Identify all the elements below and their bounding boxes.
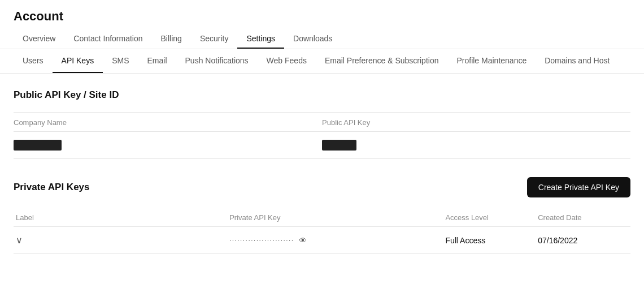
private-key-label-cell: ∨ <box>14 235 229 246</box>
second-nav-link-push[interactable]: Push Notifications <box>176 49 258 73</box>
key-display: ························ 👁 <box>229 236 445 245</box>
top-nav-item-settings[interactable]: Settings <box>237 29 284 49</box>
second-nav-item-email-pref[interactable]: Email Preference & Subscription <box>316 49 448 73</box>
top-nav-link-security[interactable]: Security <box>191 29 238 49</box>
chevron-down-icon[interactable]: ∨ <box>16 235 23 246</box>
company-name-value: FEEL-WORK <box>14 140 322 151</box>
label-column-header: Label <box>14 213 229 222</box>
public-api-section-title: Public API Key / Site ID <box>14 89 630 101</box>
public-api-key-header: Public API Key <box>322 118 630 127</box>
top-nav-item-overview[interactable]: Overview <box>14 29 64 49</box>
second-nav-item-api-keys[interactable]: API Keys <box>53 49 103 73</box>
top-nav-link-contact[interactable]: Contact Information <box>64 29 151 49</box>
top-header: Account Overview Contact Information Bil… <box>0 0 644 49</box>
created-date-cell: 07/16/2022 <box>538 236 630 245</box>
private-key-value-cell: ························ 👁 <box>229 236 445 245</box>
main-content: Public API Key / Site ID Company Name Pu… <box>0 74 644 270</box>
second-nav-item-push[interactable]: Push Notifications <box>176 49 258 73</box>
second-nav-item-email[interactable]: Email <box>138 49 176 73</box>
top-nav-item-billing[interactable]: Billing <box>152 29 191 49</box>
public-api-key-redacted: FAKE_ID <box>322 140 356 151</box>
second-nav-link-email[interactable]: Email <box>138 49 176 73</box>
public-api-key-value: FAKE_ID <box>322 140 630 151</box>
private-api-table-header: Label Private API Key Access Level Creat… <box>14 209 630 227</box>
second-nav: Users API Keys SMS Email Push Notificati… <box>0 49 644 74</box>
top-nav-link-overview[interactable]: Overview <box>14 29 64 49</box>
private-api-table-row: ∨ ························ 👁 Full Access… <box>14 227 630 254</box>
created-date-column-header: Created Date <box>538 213 630 222</box>
top-nav-item-contact[interactable]: Contact Information <box>64 29 151 49</box>
second-nav-item-domains[interactable]: Domains and Host <box>536 49 619 73</box>
access-level-column-header: Access Level <box>445 213 538 222</box>
second-nav-item-users[interactable]: Users <box>14 49 53 73</box>
top-nav-link-settings[interactable]: Settings <box>237 29 284 49</box>
private-api-section-title: Private API Keys <box>14 182 90 193</box>
public-api-table: Company Name Public API Key FEEL-WORK FA… <box>14 112 630 159</box>
second-nav-link-users[interactable]: Users <box>14 49 53 73</box>
create-private-api-key-button[interactable]: Create Private API Key <box>527 177 630 197</box>
private-keys-header: Private API Keys Create Private API Key <box>14 177 630 197</box>
access-level-cell: Full Access <box>445 236 538 245</box>
eye-icon[interactable]: 👁 <box>299 236 307 245</box>
second-nav-link-email-pref[interactable]: Email Preference & Subscription <box>316 49 448 73</box>
public-api-table-row: FEEL-WORK FAKE_ID <box>14 132 630 159</box>
public-api-table-header: Company Name Public API Key <box>14 113 630 132</box>
second-nav-link-profile[interactable]: Profile Maintenance <box>447 49 536 73</box>
app-title: Account <box>14 7 630 24</box>
top-nav: Overview Contact Information Billing Sec… <box>14 29 630 49</box>
company-name-header: Company Name <box>14 118 322 127</box>
second-nav-item-sms[interactable]: SMS <box>103 49 138 73</box>
second-nav-link-web-feeds[interactable]: Web Feeds <box>258 49 316 73</box>
top-nav-link-downloads[interactable]: Downloads <box>284 29 341 49</box>
second-nav-link-domains[interactable]: Domains and Host <box>536 49 619 73</box>
private-key-column-header: Private API Key <box>229 213 445 222</box>
top-nav-item-downloads[interactable]: Downloads <box>284 29 341 49</box>
top-nav-link-billing[interactable]: Billing <box>152 29 191 49</box>
company-name-redacted: FEEL-WORK <box>14 140 62 151</box>
private-key-dots: ························ <box>229 237 294 243</box>
second-nav-link-api-keys[interactable]: API Keys <box>53 49 103 73</box>
top-nav-item-security[interactable]: Security <box>191 29 238 49</box>
second-nav-link-sms[interactable]: SMS <box>103 49 138 73</box>
second-nav-item-web-feeds[interactable]: Web Feeds <box>258 49 316 73</box>
private-api-table: Label Private API Key Access Level Creat… <box>14 209 630 254</box>
private-keys-section: Private API Keys Create Private API Key … <box>14 177 630 254</box>
second-nav-item-profile[interactable]: Profile Maintenance <box>447 49 536 73</box>
